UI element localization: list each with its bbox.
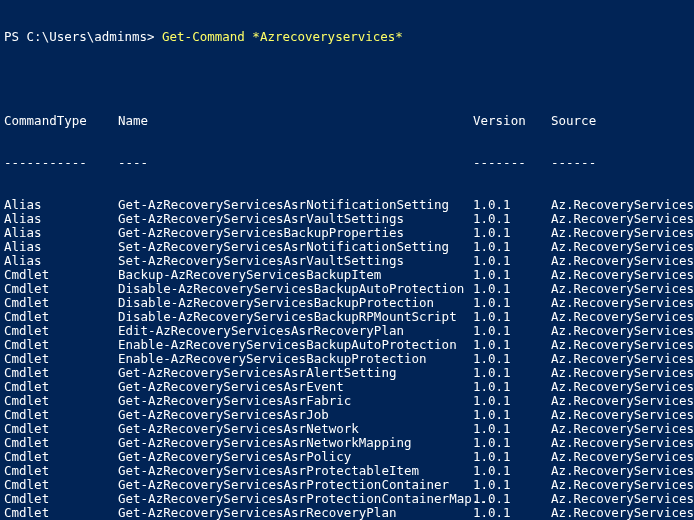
cell-name: Get-AzRecoveryServicesAsrNotificationSet… — [118, 198, 473, 212]
header-version: Version — [473, 114, 551, 128]
table-row: CmdletBackup-AzRecoveryServicesBackupIte… — [4, 268, 690, 282]
table-row: CmdletGet-AzRecoveryServicesAsrProtectab… — [4, 464, 690, 478]
cell-commandtype: Alias — [4, 254, 118, 268]
cell-name: Edit-AzRecoveryServicesAsrRecoveryPlan — [118, 324, 473, 338]
cell-commandtype: Cmdlet — [4, 268, 118, 282]
table-row: CmdletDisable-AzRecoveryServicesBackupAu… — [4, 282, 690, 296]
cell-commandtype: Cmdlet — [4, 422, 118, 436]
header-u-type: ----------- — [4, 156, 118, 170]
cell-version: 1.0.1 — [473, 296, 551, 310]
cell-version: 1.0.1 — [473, 324, 551, 338]
terminal-output[interactable]: PS C:\Users\adminms> Get-Command *Azreco… — [0, 0, 694, 520]
cell-version: 1.0.1 — [473, 338, 551, 352]
cell-version: 1.0.1 — [473, 240, 551, 254]
cell-version: 1.0.1 — [473, 394, 551, 408]
header-u-source: ------ — [551, 156, 596, 170]
cell-version: 1.0.1 — [473, 492, 551, 506]
cell-source: Az.RecoveryServices — [551, 408, 694, 422]
table-row: CmdletDisable-AzRecoveryServicesBackupRP… — [4, 310, 690, 324]
prompt-line: PS C:\Users\adminms> Get-Command *Azreco… — [4, 30, 690, 44]
cell-version: 1.0.1 — [473, 436, 551, 450]
cell-commandtype: Cmdlet — [4, 282, 118, 296]
table-row: CmdletGet-AzRecoveryServicesAsrPolicy1.0… — [4, 450, 690, 464]
table-row: AliasSet-AzRecoveryServicesAsrNotificati… — [4, 240, 690, 254]
rows-container: AliasGet-AzRecoveryServicesAsrNotificati… — [4, 198, 690, 520]
cell-version: 1.0.1 — [473, 352, 551, 366]
cell-name: Get-AzRecoveryServicesAsrJob — [118, 408, 473, 422]
cell-source: Az.RecoveryServices — [551, 310, 694, 324]
cell-version: 1.0.1 — [473, 464, 551, 478]
cell-commandtype: Cmdlet — [4, 450, 118, 464]
table-row: CmdletGet-AzRecoveryServicesAsrEvent1.0.… — [4, 380, 690, 394]
table-row: CmdletGet-AzRecoveryServicesAsrRecoveryP… — [4, 506, 690, 520]
table-row: CmdletGet-AzRecoveryServicesAsrFabric1.0… — [4, 394, 690, 408]
table-row: CmdletGet-AzRecoveryServicesAsrJob1.0.1A… — [4, 408, 690, 422]
table-row: AliasGet-AzRecoveryServicesAsrNotificati… — [4, 198, 690, 212]
cell-version: 1.0.1 — [473, 226, 551, 240]
cell-name: Get-AzRecoveryServicesAsrProtectableItem — [118, 464, 473, 478]
cell-name: Get-AzRecoveryServicesAsrFabric — [118, 394, 473, 408]
cell-name: Disable-AzRecoveryServicesBackupRPMountS… — [118, 310, 473, 324]
cell-source: Az.RecoveryServices — [551, 450, 694, 464]
table-row: CmdletEnable-AzRecoveryServicesBackupPro… — [4, 352, 690, 366]
cell-source: Az.RecoveryServices — [551, 464, 694, 478]
table-row: AliasGet-AzRecoveryServicesBackupPropert… — [4, 226, 690, 240]
cell-name: Disable-AzRecoveryServicesBackupAutoProt… — [118, 282, 473, 296]
cell-name: Backup-AzRecoveryServicesBackupItem — [118, 268, 473, 282]
cell-commandtype: Alias — [4, 212, 118, 226]
cell-name: Disable-AzRecoveryServicesBackupProtecti… — [118, 296, 473, 310]
header-u-version: ------- — [473, 156, 551, 170]
cell-commandtype: Cmdlet — [4, 324, 118, 338]
cell-source: Az.RecoveryServices — [551, 394, 694, 408]
cell-version: 1.0.1 — [473, 478, 551, 492]
cell-version: 1.0.1 — [473, 422, 551, 436]
table-row: CmdletEdit-AzRecoveryServicesAsrRecovery… — [4, 324, 690, 338]
cell-name: Get-AzRecoveryServicesBackupProperties — [118, 226, 473, 240]
cell-commandtype: Cmdlet — [4, 464, 118, 478]
cell-commandtype: Cmdlet — [4, 394, 118, 408]
cell-version: 1.0.1 — [473, 380, 551, 394]
cell-commandtype: Alias — [4, 226, 118, 240]
cell-source: Az.RecoveryServices — [551, 198, 694, 212]
cell-commandtype: Cmdlet — [4, 310, 118, 324]
cell-version: 1.0.1 — [473, 282, 551, 296]
cell-name: Get-AzRecoveryServicesAsrProtectionConta… — [118, 492, 473, 506]
table-row: CmdletEnable-AzRecoveryServicesBackupAut… — [4, 338, 690, 352]
header-underline: ---------------------------- — [4, 156, 690, 170]
cell-commandtype: Alias — [4, 240, 118, 254]
table-row: CmdletGet-AzRecoveryServicesAsrAlertSett… — [4, 366, 690, 380]
header-row: CommandTypeNameVersionSource — [4, 114, 690, 128]
cell-source: Az.RecoveryServices — [551, 254, 694, 268]
cell-commandtype: Cmdlet — [4, 338, 118, 352]
cell-source: Az.RecoveryServices — [551, 422, 694, 436]
blank-line — [4, 72, 690, 86]
cell-version: 1.0.1 — [473, 268, 551, 282]
cell-name: Get-AzRecoveryServicesAsrProtectionConta… — [118, 478, 473, 492]
cell-commandtype: Cmdlet — [4, 352, 118, 366]
cell-source: Az.RecoveryServices — [551, 240, 694, 254]
cell-source: Az.RecoveryServices — [551, 478, 694, 492]
cell-commandtype: Cmdlet — [4, 506, 118, 520]
cell-name: Enable-AzRecoveryServicesBackupProtectio… — [118, 352, 473, 366]
cell-source: Az.RecoveryServices — [551, 492, 694, 506]
table-row: AliasGet-AzRecoveryServicesAsrVaultSetti… — [4, 212, 690, 226]
cell-commandtype: Cmdlet — [4, 296, 118, 310]
cell-source: Az.RecoveryServices — [551, 212, 694, 226]
cell-source: Az.RecoveryServices — [551, 352, 694, 366]
header-commandtype: CommandType — [4, 114, 118, 128]
cell-name: Get-AzRecoveryServicesAsrVaultSettings — [118, 212, 473, 226]
prompt-command: Get-Command *Azrecoveryservices* — [162, 29, 403, 44]
cell-source: Az.RecoveryServices — [551, 366, 694, 380]
cell-source: Az.RecoveryServices — [551, 324, 694, 338]
cell-commandtype: Alias — [4, 198, 118, 212]
table-row: CmdletGet-AzRecoveryServicesAsrProtectio… — [4, 478, 690, 492]
cell-name: Get-AzRecoveryServicesAsrEvent — [118, 380, 473, 394]
header-u-name: ---- — [118, 156, 473, 170]
table-row: CmdletGet-AzRecoveryServicesAsrProtectio… — [4, 492, 690, 506]
cell-source: Az.RecoveryServices — [551, 282, 694, 296]
cell-name: Get-AzRecoveryServicesAsrAlertSetting — [118, 366, 473, 380]
prompt-prefix: PS C:\Users\adminms> — [4, 29, 162, 44]
cell-source: Az.RecoveryServices — [551, 268, 694, 282]
table-row: CmdletGet-AzRecoveryServicesAsrNetworkMa… — [4, 436, 690, 450]
cell-version: 1.0.1 — [473, 254, 551, 268]
